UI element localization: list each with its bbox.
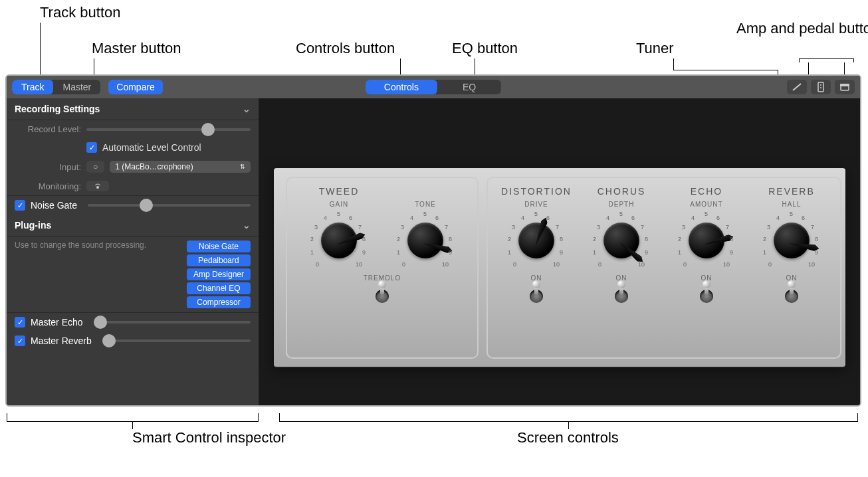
tweed-title: TWEED [319, 186, 360, 197]
callout-amp-pedal: Amp and pedal buttons [736, 20, 868, 37]
effects-section: DISTORTION DRIVE 012345678910 ON CHORUS … [487, 177, 841, 359]
input-source-popup[interactable]: 1 (MacBo…crophone) ⇅ [110, 161, 251, 173]
plugin-item[interactable]: Amp Designer [187, 268, 251, 280]
svg-point-2 [820, 87, 821, 88]
echo-toggle[interactable] [700, 286, 713, 306]
track-button[interactable]: Track [12, 80, 53, 94]
gain-label: GAIN [330, 201, 348, 208]
callout-controls: Controls button [296, 40, 395, 57]
updown-icon: ⇅ [240, 163, 245, 170]
monitoring-button[interactable] [86, 181, 109, 191]
controls-eq-segment: Controls EQ [366, 80, 501, 94]
controls-button[interactable]: Controls [366, 80, 437, 94]
chevron-down-icon: ⌄ [243, 104, 251, 114]
gain-knob[interactable]: 012345678910 [309, 211, 369, 270]
plugin-item[interactable]: Compressor [187, 296, 251, 308]
smart-control-inspector: Recording Settings ⌄ Record Level: ✓ Aut… [7, 98, 259, 405]
callout-tuner: Tuner [636, 40, 674, 57]
callout-eq: EQ button [452, 40, 518, 57]
master-reverb-label: Master Reverb [31, 335, 92, 346]
depth-knob[interactable]: 012345678910 [592, 211, 651, 270]
plugins-header[interactable]: Plug-ins ⌄ [7, 215, 259, 237]
master-reverb-row: ✓ Master Reverb [7, 332, 259, 350]
compare-button[interactable]: Compare [108, 80, 163, 94]
master-echo-slider[interactable] [94, 321, 251, 324]
master-echo-checkbox[interactable]: ✓ [15, 317, 25, 328]
pedal-button[interactable] [835, 80, 855, 94]
amp-panel: TWEED GAIN 012345678910 . TONE [274, 168, 845, 367]
drive-knob[interactable]: 012345678910 [506, 211, 566, 270]
master-echo-row: ✓ Master Echo [7, 312, 259, 332]
tone-label: TONE [415, 201, 436, 208]
reverb-toggle[interactable] [785, 286, 798, 306]
plugin-item[interactable]: Channel EQ [187, 282, 251, 294]
chorus-title: CHORUS [597, 186, 646, 197]
master-reverb-slider[interactable] [102, 339, 251, 342]
tweed-section: TWEED GAIN 012345678910 . TONE [286, 177, 479, 359]
master-reverb-checkbox[interactable]: ✓ [15, 335, 25, 346]
recording-settings-header[interactable]: Recording Settings ⌄ [7, 98, 259, 120]
noise-gate-checkbox[interactable]: ✓ [15, 200, 25, 211]
toolbar: Track Master Compare Controls EQ [7, 76, 860, 98]
callout-screen-controls: Screen controls [517, 429, 619, 446]
reverb-title: REVERB [768, 186, 815, 197]
screen-controls: TWEED GAIN 012345678910 . TONE [259, 98, 860, 405]
callout-inspector: Smart Control inspector [132, 429, 286, 446]
distortion-title: DISTORTION [501, 186, 572, 197]
amp-button[interactable] [811, 80, 831, 94]
plugin-list: Noise Gate Pedalboard Amp Designer Chann… [187, 240, 251, 308]
monitoring-label: Monitoring: [15, 181, 81, 191]
master-echo-label: Master Echo [31, 317, 83, 328]
chevron-down-icon: ⌄ [243, 220, 251, 231]
record-level-slider[interactable] [86, 128, 251, 131]
callout-master: Master button [92, 40, 181, 57]
plugin-item[interactable]: Pedalboard [187, 254, 251, 266]
noise-gate-slider[interactable] [88, 204, 251, 207]
drive-label: DRIVE [524, 201, 548, 208]
chorus-toggle[interactable] [615, 286, 628, 306]
hall-knob[interactable]: 012345678910 [762, 211, 821, 270]
svg-point-1 [820, 84, 821, 86]
distortion-toggle[interactable] [530, 286, 543, 306]
record-level-label: Record Level: [15, 124, 81, 134]
callout-track: Track button [40, 4, 120, 21]
smart-controls-panel: Track Master Compare Controls EQ [5, 74, 861, 407]
tremolo-toggle[interactable] [376, 286, 389, 306]
auto-level-checkbox[interactable]: ✓ [86, 142, 97, 153]
input-label: Input: [15, 162, 81, 172]
plugin-item[interactable]: Noise Gate [187, 240, 251, 252]
svg-rect-4 [840, 84, 849, 86]
track-master-segment: Track Master [12, 80, 100, 94]
plugins-help-text: Use to change the sound processing. [15, 240, 181, 251]
noise-gate-label: Noise Gate [31, 200, 77, 211]
amount-knob[interactable]: 012345678910 [677, 211, 736, 270]
app-body: Recording Settings ⌄ Record Level: ✓ Aut… [7, 98, 860, 405]
eq-button[interactable]: EQ [437, 80, 501, 94]
svg-point-5 [96, 186, 99, 189]
noise-gate-row: ✓ Noise Gate [7, 195, 259, 215]
tuner-button[interactable] [787, 80, 807, 94]
master-button[interactable]: Master [53, 80, 100, 94]
tone-knob[interactable]: 012345678910 [395, 211, 455, 270]
echo-title: ECHO [691, 186, 722, 197]
depth-label: DEPTH [609, 201, 635, 208]
input-mono-button[interactable]: ○ [86, 161, 104, 173]
hall-label: HALL [782, 201, 801, 208]
amount-label: AMOUNT [690, 201, 722, 208]
auto-level-label: Automatic Level Control [102, 142, 201, 153]
